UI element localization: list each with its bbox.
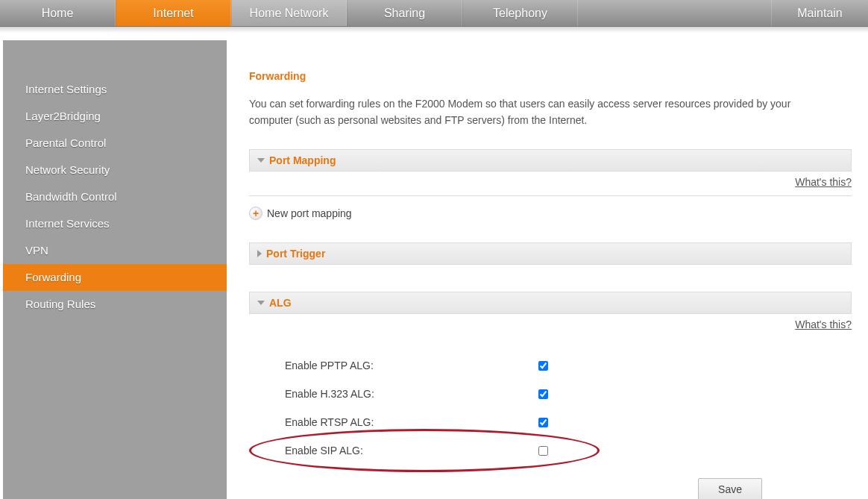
nav-spacer — [578, 0, 771, 26]
alg-label: Enable PPTP ALG: — [285, 360, 538, 371]
alg-row-rtsp: Enable RTSP ALG: — [285, 408, 852, 436]
sidebar-item-vpn[interactable]: VPN — [3, 237, 227, 264]
section-port-trigger-label: Port Trigger — [266, 248, 325, 260]
alg-sip-checkbox[interactable] — [538, 446, 548, 456]
whats-this-link[interactable]: What's this? — [795, 318, 852, 330]
top-nav: Home Internet Home Network Sharing Telep… — [0, 0, 868, 27]
chevron-down-icon — [257, 301, 265, 305]
alg-pptp-checkbox[interactable] — [538, 361, 548, 371]
section-alg-label: ALG — [269, 297, 292, 309]
sidebar-item-parental-control[interactable]: Parental Control — [3, 130, 227, 157]
alg-label: Enable H.323 ALG: — [285, 388, 538, 400]
nav-home-network[interactable]: Home Network — [231, 0, 347, 26]
nav-sharing[interactable]: Sharing — [347, 0, 462, 26]
alg-h323-checkbox[interactable] — [538, 389, 548, 399]
page-description: You can set forwarding rules on the F200… — [249, 95, 831, 128]
nav-shadow — [0, 27, 868, 33]
new-port-mapping-label: New port mapping — [267, 207, 352, 219]
section-gap — [249, 265, 852, 278]
chevron-right-icon — [257, 250, 262, 257]
nav-home-network-label: Home Network — [250, 7, 329, 20]
alg-settings: Enable PPTP ALG: Enable H.323 ALG: Enabl… — [285, 351, 852, 465]
sidebar-item-label: Forwarding — [25, 271, 81, 283]
chevron-down-icon — [257, 158, 265, 163]
sidebar-item-label: Network Security — [25, 163, 110, 176]
divider — [249, 195, 852, 196]
alg-row-sip: Enable SIP ALG: — [285, 436, 852, 465]
section-port-trigger-header[interactable]: Port Trigger — [249, 242, 852, 265]
sidebar-item-label: VPN — [25, 244, 48, 257]
save-row: Save — [249, 478, 852, 499]
page-title: Forwarding — [249, 70, 852, 82]
alg-rtsp-checkbox[interactable] — [538, 418, 548, 427]
sidebar-item-label: Internet Settings — [25, 83, 107, 95]
main-layout: Internet Settings Layer2Bridging Parenta… — [0, 40, 868, 499]
alg-row-pptp: Enable PPTP ALG: — [285, 351, 852, 380]
nav-maintain[interactable]: Maintain — [771, 0, 868, 26]
nav-maintain-label: Maintain — [797, 7, 842, 20]
plus-icon: + — [249, 207, 262, 220]
new-port-mapping-button[interactable]: + New port mapping — [249, 207, 852, 220]
section-port-mapping-header[interactable]: Port Mapping — [249, 149, 852, 172]
nav-internet-label: Internet — [153, 7, 193, 20]
sidebar-item-label: Layer2Bridging — [25, 110, 101, 122]
port-mapping-whats-this-row: What's this? — [249, 172, 852, 195]
sidebar-item-label: Internet Services — [25, 217, 110, 230]
sidebar-item-routing-rules[interactable]: Routing Rules — [3, 291, 227, 318]
whats-this-link[interactable]: What's this? — [795, 176, 852, 188]
sidebar-item-internet-services[interactable]: Internet Services — [3, 210, 227, 237]
nav-home[interactable]: Home — [0, 0, 116, 26]
sidebar-item-network-security[interactable]: Network Security — [3, 157, 227, 183]
nav-telephony-label: Telephony — [493, 7, 547, 20]
nav-internet[interactable]: Internet — [116, 0, 231, 26]
save-button[interactable]: Save — [698, 478, 762, 499]
sidebar-item-label: Parental Control — [25, 136, 106, 149]
sidebar-item-internet-settings[interactable]: Internet Settings — [3, 76, 227, 103]
content-pane: Forwarding You can set forwarding rules … — [227, 40, 868, 499]
alg-row-h323: Enable H.323 ALG: — [285, 380, 852, 408]
sidebar-item-label: Bandwidth Control — [25, 190, 117, 203]
nav-telephony[interactable]: Telephony — [462, 0, 578, 26]
section-alg-header[interactable]: ALG — [249, 292, 852, 314]
alg-whats-this-row: What's this? — [249, 314, 852, 338]
sidebar-item-label: Routing Rules — [25, 298, 95, 310]
sidebar: Internet Settings Layer2Bridging Parenta… — [3, 40, 227, 499]
sidebar-item-layer2bridging[interactable]: Layer2Bridging — [3, 103, 227, 130]
alg-label: Enable RTSP ALG: — [285, 416, 538, 428]
sidebar-item-bandwidth-control[interactable]: Bandwidth Control — [3, 183, 227, 210]
nav-sharing-label: Sharing — [384, 7, 425, 20]
nav-home-label: Home — [42, 7, 74, 20]
section-port-mapping-label: Port Mapping — [269, 154, 336, 166]
section-gap — [249, 278, 852, 292]
sidebar-item-forwarding[interactable]: Forwarding — [3, 264, 227, 291]
alg-label: Enable SIP ALG: — [285, 445, 538, 456]
